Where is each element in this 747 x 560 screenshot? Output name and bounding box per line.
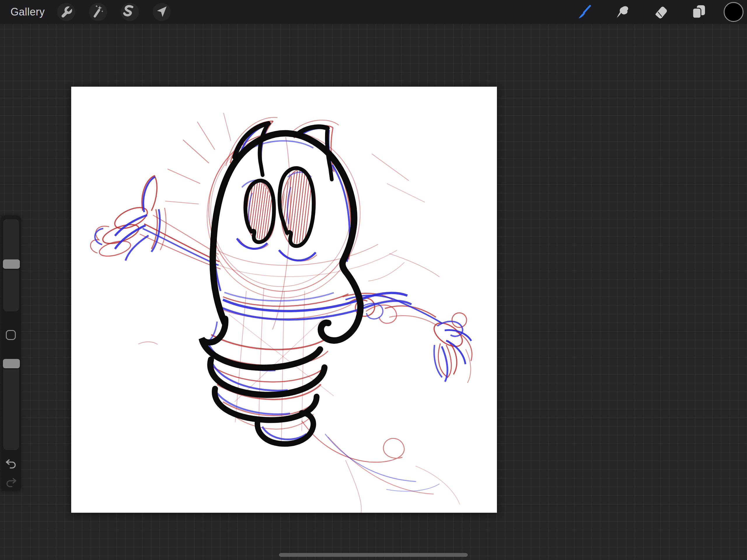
smudge-icon xyxy=(615,3,630,21)
brush-opacity-handle[interactable] xyxy=(3,359,20,368)
undo-arrow-icon xyxy=(5,458,18,470)
layers-icon xyxy=(690,3,705,21)
top-toolbar: Gallery xyxy=(0,0,747,24)
brush-size-slider[interactable] xyxy=(3,219,19,312)
selection-button[interactable] xyxy=(121,3,139,21)
gallery-button[interactable]: Gallery xyxy=(10,6,45,18)
magic-wand-icon xyxy=(89,3,107,21)
modify-button[interactable] xyxy=(6,330,16,340)
brush-tool-button[interactable] xyxy=(576,3,592,21)
brush-icon xyxy=(576,3,592,21)
actions-button[interactable] xyxy=(57,3,75,21)
layers-button[interactable] xyxy=(690,3,705,21)
eraser-icon xyxy=(652,3,668,21)
color-swatch-button[interactable] xyxy=(724,2,744,22)
drawing-canvas[interactable] xyxy=(71,87,497,513)
redo-button[interactable] xyxy=(5,476,18,489)
brush-sidebar xyxy=(1,215,21,491)
redo-arrow-icon xyxy=(5,476,18,489)
selection-s-icon xyxy=(121,3,139,21)
home-indicator[interactable] xyxy=(279,553,468,557)
smudge-tool-button[interactable] xyxy=(615,3,630,21)
sketch-red-layer xyxy=(91,113,472,513)
paint-tools-group xyxy=(576,0,747,24)
undo-button[interactable] xyxy=(5,458,18,470)
transform-arrow-icon xyxy=(153,3,171,21)
brush-opacity-slider[interactable] xyxy=(3,359,19,450)
adjustments-button[interactable] xyxy=(89,3,107,21)
canvas-artwork xyxy=(71,87,497,513)
brush-size-handle[interactable] xyxy=(3,259,20,269)
transform-button[interactable] xyxy=(153,3,171,21)
wrench-icon xyxy=(57,3,75,21)
eraser-tool-button[interactable] xyxy=(652,3,668,21)
procreate-workspace: Gallery xyxy=(0,0,747,560)
